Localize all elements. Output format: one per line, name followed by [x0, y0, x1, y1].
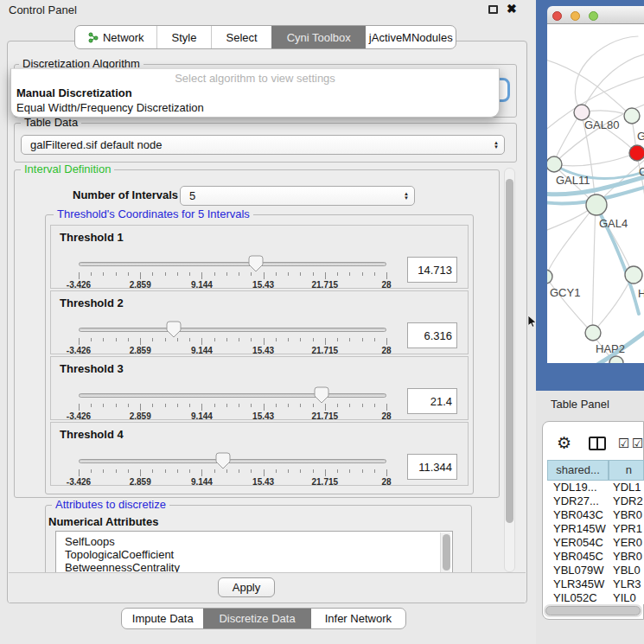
network-edge: [592, 275, 633, 333]
tab-jactivemnodules[interactable]: jActiveMNodules: [366, 26, 456, 48]
network-node[interactable]: [624, 108, 640, 124]
attributes-list-scrollbar[interactable]: [440, 532, 450, 572]
tick-mark: [189, 338, 190, 341]
threshold-slider[interactable]: -3.4262.8599.14415.4321.71528: [79, 454, 386, 487]
tick-mark: [189, 469, 190, 473]
tick-mark: [264, 404, 265, 411]
network-node[interactable]: [625, 266, 642, 284]
table-row[interactable]: YBR043CYBR0: [547, 508, 644, 522]
tick-mark: [349, 338, 350, 341]
tab-impute-data[interactable]: Impute Data: [122, 609, 203, 628]
table-row[interactable]: YBR045CYBR0: [547, 550, 644, 564]
table-row[interactable]: YDR27...YDR2: [547, 494, 644, 508]
table-header-name[interactable]: n: [609, 460, 644, 481]
combobox-arrows-icon: ▲▼: [494, 141, 499, 150]
thresholds-container: Threshold 1-3.4262.8599.14415.4321.71528…: [50, 225, 469, 488]
tick-label: 2.859: [130, 280, 151, 290]
cell-shared-name: YDL19...: [547, 481, 609, 494]
control-panel-vertical-scrollbar[interactable]: [504, 168, 515, 572]
tab-discretize-data[interactable]: Discretize Data: [203, 609, 310, 628]
tick-mark: [165, 272, 166, 276]
table-row[interactable]: YPR145WYPR1: [547, 522, 644, 536]
close-icon[interactable]: ✖: [507, 2, 517, 16]
number-of-intervals-combobox[interactable]: 5 ▲▼: [180, 186, 415, 206]
tick-mark: [140, 338, 141, 345]
tab-cyni-toolbox[interactable]: Cyni Toolbox: [271, 26, 367, 48]
tab-infer-network[interactable]: Infer Network: [311, 609, 405, 628]
table-row[interactable]: YDL19...YDL1: [547, 481, 644, 494]
table-row[interactable]: YBL079WYBL0: [547, 564, 644, 577]
window-minimize-button[interactable]: [571, 11, 580, 21]
slider-track: [79, 262, 386, 266]
cell-shared-name: YBL079W: [547, 564, 609, 577]
threshold-value-field[interactable]: 11.344: [407, 454, 457, 480]
checkbox-icon[interactable]: ☑: [618, 436, 629, 451]
cell-shared-name: YBR045C: [547, 550, 609, 564]
tick-mark: [79, 272, 80, 279]
threshold-slider[interactable]: -3.4262.8599.14415.4321.71528: [79, 388, 386, 421]
threshold-value-field[interactable]: 21.4: [407, 388, 457, 414]
slider-thumb[interactable]: [166, 321, 182, 338]
network-icon: [87, 32, 99, 43]
tick-mark: [116, 404, 117, 407]
tick-mark: [226, 338, 227, 341]
table-horizontal-scrollbar[interactable]: [544, 604, 642, 617]
tick-mark: [251, 469, 252, 473]
slider-thumb[interactable]: [248, 255, 264, 272]
table-header-shared-name[interactable]: shared...: [547, 460, 609, 481]
threshold-slider[interactable]: -3.4262.8599.14415.4321.71528: [79, 257, 386, 290]
network-node[interactable]: [629, 145, 644, 161]
network-node[interactable]: [547, 156, 562, 172]
threshold-value-field[interactable]: 14.713: [407, 257, 457, 283]
algorithm-option-manual[interactable]: Manual Discretization: [16, 86, 132, 99]
table-row[interactable]: YIL052CYIL0: [547, 591, 644, 604]
tick-mark: [128, 338, 129, 341]
window-zoom-button[interactable]: [589, 11, 598, 21]
tick-mark: [128, 469, 129, 473]
tick-mark: [251, 272, 252, 276]
attribute-item[interactable]: SelfLoops: [56, 535, 452, 548]
slider-thumb[interactable]: [314, 386, 329, 404]
table-row[interactable]: YER054CYER0: [547, 536, 644, 550]
table-row[interactable]: YLR345WYLR3: [547, 577, 644, 591]
tick-mark: [140, 469, 141, 476]
table-data-combobox[interactable]: galFiltered.sif default node ▲▼: [21, 135, 505, 155]
network-edge: [592, 205, 596, 333]
slider-track: [79, 393, 386, 398]
combobox-arrows-icon: ▲▼: [404, 192, 409, 201]
tick-mark: [313, 404, 314, 407]
tab-network[interactable]: Network: [75, 26, 156, 48]
network-node-label: GAL4: [599, 217, 628, 230]
attribute-item[interactable]: TopologicalCoefficient: [56, 548, 452, 561]
float-icon[interactable]: [488, 5, 498, 14]
numerical-attributes-title: Numerical Attributes: [48, 515, 158, 528]
threshold-label: Threshold 1: [60, 231, 124, 244]
threshold-label: Threshold 3: [60, 362, 124, 375]
tick-mark: [264, 338, 265, 345]
gear-icon[interactable]: ⚙: [557, 433, 571, 453]
checkbox-icon[interactable]: ☑: [632, 436, 643, 451]
network-canvas[interactable]: GAL80GACGAL11GAL4GCY1HHAP2: [547, 24, 644, 363]
split-columns-icon[interactable]: [589, 437, 606, 450]
tick-label: 2.859: [130, 477, 151, 487]
tick-label: 15.43: [252, 477, 274, 487]
network-node[interactable]: [547, 270, 552, 284]
tick-label: 2.859: [130, 346, 151, 355]
number-of-intervals-label: Number of Intervals: [73, 188, 178, 201]
tick-mark: [165, 404, 166, 407]
network-node[interactable]: [585, 325, 601, 341]
threshold-slider[interactable]: -3.4262.8599.14415.4321.71528: [79, 322, 386, 355]
network-edge: [581, 54, 644, 112]
window-close-button[interactable]: [552, 11, 562, 21]
algorithm-option-equal-width[interactable]: Equal Width/Frequency Discretization: [16, 101, 204, 114]
apply-button[interactable]: Apply: [218, 577, 275, 597]
threshold-value-field[interactable]: 6.316: [407, 322, 457, 348]
tab-select[interactable]: Select: [211, 26, 271, 48]
network-node-label: GAL80: [584, 118, 619, 131]
slider-thumb[interactable]: [215, 452, 231, 469]
tick-mark: [288, 404, 289, 407]
network-node[interactable]: [586, 194, 607, 215]
network-edge: [547, 59, 631, 116]
numerical-attributes-list: SelfLoopsTopologicalCoefficientBetweenne…: [55, 531, 453, 574]
tab-style[interactable]: Style: [156, 26, 212, 48]
